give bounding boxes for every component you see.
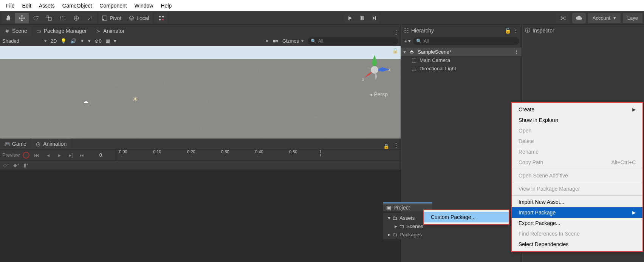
triangle-down-icon[interactable]: ▾ [388, 215, 390, 221]
triangle-right-icon[interactable]: ▸ [395, 223, 397, 229]
project-row-packages[interactable]: ▸ 🗀 Packages [383, 230, 493, 239]
lighting-icon[interactable]: 💡 [60, 38, 67, 44]
shading-dropdown[interactable]: Shaded ▾ [2, 38, 47, 44]
filter-icon[interactable]: ▮⁺ [23, 162, 29, 168]
cloud-icon[interactable] [572, 13, 586, 23]
menu-window[interactable]: Window [131, 1, 157, 10]
pivot-label: Pivot [110, 15, 121, 21]
scene-menu-icon[interactable]: ⋮ [514, 49, 519, 55]
scene-grid [0, 46, 401, 139]
menu-item-custom-package[interactable]: Custom Package... [424, 212, 509, 222]
last-frame-button[interactable]: ⏭ [78, 152, 86, 158]
sun-gizmo-icon: ☀ [132, 95, 138, 103]
projection-label[interactable]: ◂ Persp [370, 91, 388, 97]
scale-tool[interactable] [42, 13, 56, 23]
triangle-down-icon[interactable]: ▾ [403, 49, 408, 55]
scene-row[interactable]: ▾ ⬘ SampleScene* ⋮ [401, 48, 522, 56]
hand-tool[interactable] [2, 13, 15, 23]
menu-item-import-package[interactable]: Import Package▶ [512, 207, 642, 218]
project-row-label: Scenes [406, 223, 423, 229]
tab-scene[interactable]: # Scene [0, 26, 32, 36]
persp-text: Persp [374, 91, 388, 97]
separator [512, 195, 642, 196]
animation-toolbar: Preview ⏮ ◂ ▸ ▸| ⏭ 0 0:00 0:10 0:20 0:30… [0, 149, 401, 160]
menu-gameobject[interactable]: GameObject [59, 1, 96, 10]
rotate-tool[interactable] [29, 13, 42, 23]
hierarchy-item[interactable]: ⬚ Main Camera [401, 56, 522, 64]
local-toggle[interactable]: Local [125, 13, 153, 23]
menu-item-export-package[interactable]: Export Package... [512, 218, 642, 228]
hierarchy-search[interactable]: 🔍 All [413, 37, 519, 45]
custom-tool[interactable] [83, 13, 97, 23]
menu-item-view-pkg-mgr: View in Package Manager [512, 183, 642, 194]
add-event-icon[interactable]: ◆⁺ [13, 162, 20, 168]
gizmos-dropdown[interactable]: Gizmos ▾ [282, 38, 304, 44]
pivot-toggle[interactable]: Pivot [98, 13, 125, 23]
triangle-right-icon[interactable]: ▸ [388, 231, 390, 237]
orientation-gizmo[interactable]: x z y [358, 53, 392, 87]
menu-item-create[interactable]: Create▶ [512, 104, 642, 115]
chevron-down-icon[interactable]: ▾ [88, 38, 91, 44]
animation-curves-area[interactable] [0, 170, 401, 262]
camera-icon[interactable]: ■▾ [273, 38, 279, 44]
pivot-group: Pivot Local [98, 13, 153, 23]
snap-toggle[interactable] [155, 13, 168, 23]
add-dropdown[interactable]: ＋▾ [403, 38, 411, 45]
animation-timeline[interactable]: 0:00 0:10 0:20 0:30 0:40 0:50 1 [115, 149, 398, 161]
account-dropdown[interactable]: Account ▾ [588, 13, 621, 23]
tab-pkgmgr-label: Package Manager [44, 28, 87, 34]
play-button[interactable] [344, 13, 356, 23]
scene-search[interactable]: 🔍 All [308, 37, 398, 45]
pause-button[interactable] [356, 13, 368, 23]
scene-name: SampleScene* [418, 49, 451, 55]
grid-icon[interactable]: ▦ [105, 38, 110, 44]
menu-item-import-new-asset[interactable]: Import New Asset... [512, 197, 642, 207]
2d-toggle[interactable]: 2D [51, 38, 57, 44]
tab-menu-icon[interactable]: ⋮ [513, 28, 519, 34]
scene-view[interactable]: ☀ ☁ 🔒 x z y ◂ Persp [0, 46, 401, 139]
move-tool[interactable] [15, 13, 29, 23]
transform-tools [2, 13, 97, 23]
menu-item-rename: Rename [512, 146, 642, 157]
layers-dropdown[interactable]: Laye [623, 13, 642, 23]
chevron-down-icon[interactable]: ▾ [114, 38, 116, 44]
hierarchy-item[interactable]: ⬚ Directional Light [401, 64, 522, 72]
hidden-objects[interactable]: ⊘0 [94, 38, 101, 44]
tab-game[interactable]: 🎮 Game [0, 139, 31, 149]
play-anim-button[interactable]: ▸ [55, 152, 63, 158]
menu-bar[interactable]: File Edit Assets GameObject Component Wi… [0, 0, 644, 11]
menu-help[interactable]: Help [157, 1, 175, 10]
add-keyframe-icon[interactable]: ◇⁺ [3, 162, 9, 168]
menu-file[interactable]: File [2, 1, 19, 10]
tab-menu-icon[interactable]: ⋮ [392, 142, 401, 149]
svg-line-23 [0, 133, 401, 139]
lock-icon[interactable]: 🔒 [392, 48, 398, 54]
first-frame-button[interactable]: ⏮ [33, 152, 41, 158]
fx-icon[interactable]: ✦ [80, 38, 84, 44]
lock-icon[interactable]: 🔒 [381, 143, 392, 149]
prev-key-button[interactable]: ◂ [44, 152, 52, 158]
preview-label[interactable]: Preview [2, 152, 20, 158]
tab-animation[interactable]: ◷ Animation [31, 139, 71, 149]
tab-package-manager[interactable]: ▭ Package Manager [32, 26, 91, 36]
transform-multi-tool[interactable] [70, 13, 83, 23]
tools-icon[interactable]: ✕ [265, 38, 269, 44]
step-button[interactable] [368, 13, 380, 23]
lock-icon[interactable]: 🔓 [505, 28, 511, 34]
audio-icon[interactable]: 🔊 [70, 38, 76, 44]
next-key-button[interactable]: ▸| [67, 152, 75, 158]
tab-animator[interactable]: ≻ Animator [91, 26, 129, 36]
menu-item-show-explorer[interactable]: Show in Explorer [512, 115, 642, 125]
info-icon: ⓘ [525, 27, 530, 34]
menu-edit[interactable]: Edit [19, 1, 35, 10]
menu-assets[interactable]: Assets [35, 1, 59, 10]
rect-tool[interactable] [56, 13, 70, 23]
tab-menu-icon[interactable]: ⋮ [392, 29, 401, 36]
menu-component[interactable]: Component [96, 1, 130, 10]
local-label: Local [136, 15, 149, 21]
svg-rect-3 [60, 16, 65, 20]
record-button[interactable] [23, 152, 29, 159]
frame-field[interactable]: 0 [89, 152, 112, 158]
collab-icon[interactable] [556, 13, 570, 23]
menu-item-select-deps[interactable]: Select Dependencies [512, 239, 642, 250]
